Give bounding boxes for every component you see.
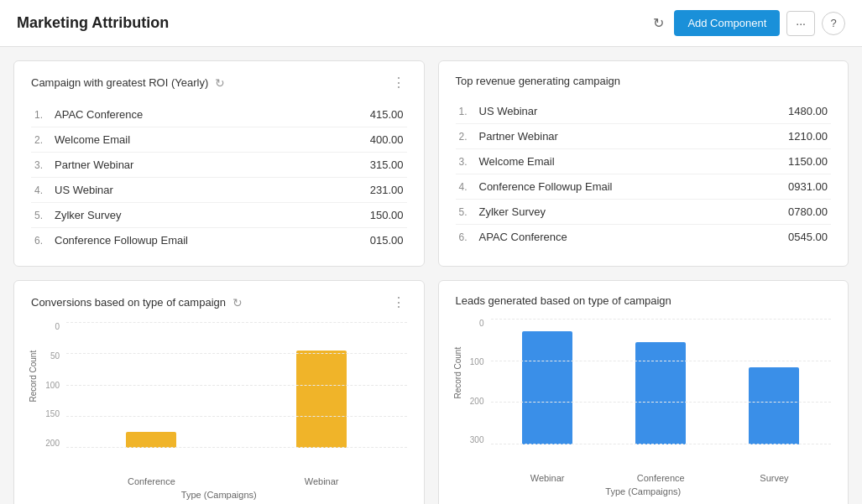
leads-card: Leads generated based on type of campaig… [438,280,849,504]
roi-card-header: Campaign with greatest ROI (Yearly) ↻ ⋮ [31,75,407,91]
x-axis-label: Webinar [491,473,604,483]
name-cell: APAC Conference [51,102,327,127]
bar [635,342,686,445]
bar-group [237,322,407,448]
conversions-card-header: Conversions based on type of campaign ↻ … [31,294,407,310]
help-button[interactable]: ? [822,12,845,35]
header-actions: ↻ Add Component ··· ? [650,10,845,36]
leads-y-labels: 300 200 100 0 [456,319,488,444]
rank-cell: 2. [456,124,476,149]
conversions-menu-button[interactable]: ⋮ [390,294,407,310]
table-row: 6. Conference Followup Email 015.00 [31,228,407,253]
leads-card-title: Leads generated based on type of campaig… [456,294,671,307]
bar [296,351,347,448]
roi-card: Campaign with greatest ROI (Yearly) ↻ ⋮ … [13,60,425,267]
more-options-button[interactable]: ··· [786,11,815,36]
rank-cell: 5. [456,200,476,225]
rank-cell: 2. [31,127,51,153]
value-cell: 0780.00 [743,200,831,225]
leads-title-text: Leads generated based on type of campaig… [456,294,671,307]
revenue-table: 1. US Webinar 1480.00 2. Partner Webinar… [456,99,832,249]
revenue-card: Top revenue generating campaign 1. US We… [438,60,849,267]
name-cell: US Webinar [476,99,744,124]
value-cell: 231.00 [327,178,406,203]
x-axis-label: Conference [66,476,237,486]
value-cell: 400.00 [327,127,406,153]
roi-card-title: Campaign with greatest ROI (Yearly) ↻ [31,76,225,90]
bar [126,432,176,448]
name-cell: Zylker Survey [51,203,327,228]
value-cell: 150.00 [327,203,406,228]
table-row: 5. Zylker Survey 0780.00 [456,200,832,225]
value-cell: 315.00 [327,153,406,178]
conversions-x-axis-title: Type (Campaigns) [31,490,407,500]
page-header: Marketing Attribution ↻ Add Component ··… [0,0,862,47]
roi-title-text: Campaign with greatest ROI (Yearly) [31,76,208,89]
revenue-card-header: Top revenue generating campaign [456,75,832,87]
conversions-chart: Record Count 200 150 100 50 0 Confere [31,322,407,500]
conversions-card-title: Conversions based on type of campaign ↻ [31,296,243,309]
rank-cell: 3. [456,149,476,174]
name-cell: Zylker Survey [476,200,744,225]
table-row: 1. US Webinar 1480.00 [456,99,832,124]
roi-menu-button[interactable]: ⋮ [390,75,407,91]
rank-cell: 3. [31,153,51,178]
value-cell: 0545.00 [743,225,831,250]
name-cell: Conference Followup Email [51,228,327,253]
dashboard-grid: Campaign with greatest ROI (Yearly) ↻ ⋮ … [0,47,862,504]
leads-x-axis-labels: WebinarConferenceSurvey [456,473,832,483]
refresh-button[interactable]: ↻ [650,12,667,34]
rank-cell: 1. [31,102,51,127]
conversions-x-axis-labels: ConferenceWebinar [31,476,407,486]
value-cell: 1150.00 [743,149,831,174]
conversions-title-text: Conversions based on type of campaign [31,296,226,309]
x-axis-label: Survey [718,473,831,483]
page-title: Marketing Attribution [17,14,169,32]
table-row: 3. Welcome Email 1150.00 [456,149,832,174]
rank-cell: 5. [31,203,51,228]
x-axis-label: Webinar [237,476,407,486]
conversions-refresh-icon[interactable]: ↻ [232,296,243,309]
bar-group [491,319,604,444]
table-row: 2. Welcome Email 400.00 [31,127,407,153]
rank-cell: 1. [456,99,476,124]
conversions-card: Conversions based on type of campaign ↻ … [13,280,425,504]
value-cell: 1480.00 [743,99,831,124]
table-row: 4. US Webinar 231.00 [31,178,407,203]
conversions-bars-area [66,322,407,448]
rank-cell: 4. [456,174,476,200]
roi-refresh-icon[interactable]: ↻ [215,76,225,90]
name-cell: Partner Webinar [51,153,327,178]
conversions-y-labels: 200 150 100 50 0 [31,322,63,448]
leads-bars-area [491,319,832,444]
rank-cell: 6. [456,225,476,250]
bar [522,331,572,444]
leads-x-axis-title: Type (Campaigns) [456,486,832,496]
roi-table: 1. APAC Conference 415.00 2. Welcome Ema… [31,102,407,252]
table-row: 6. APAC Conference 0545.00 [456,225,832,250]
name-cell: Partner Webinar [476,124,744,149]
revenue-card-title: Top revenue generating campaign [456,75,621,87]
conversions-bar-wrap: Record Count 200 150 100 50 0 [31,322,407,473]
rank-cell: 4. [31,178,51,203]
leads-bar-wrap: Record Count 300 200 100 0 [456,319,832,470]
add-component-button[interactable]: Add Component [674,10,780,36]
value-cell: 1210.00 [743,124,831,149]
bar-group [718,319,831,444]
name-cell: APAC Conference [476,225,744,250]
leads-card-header: Leads generated based on type of campaig… [456,294,832,307]
bar-group [66,322,237,448]
x-axis-label: Conference [604,473,718,483]
name-cell: Conference Followup Email [476,174,744,200]
table-row: 3. Partner Webinar 315.00 [31,153,407,178]
value-cell: 415.00 [327,102,406,127]
table-row: 1. APAC Conference 415.00 [31,102,407,127]
rank-cell: 6. [31,228,51,253]
bar-group [604,319,718,444]
leads-chart: Record Count 300 200 100 0 WebinarConfer… [456,319,832,496]
name-cell: Welcome Email [51,127,327,153]
bar [749,367,799,445]
value-cell: 015.00 [327,228,406,253]
table-row: 4. Conference Followup Email 0931.00 [456,174,832,200]
name-cell: Welcome Email [476,149,744,174]
